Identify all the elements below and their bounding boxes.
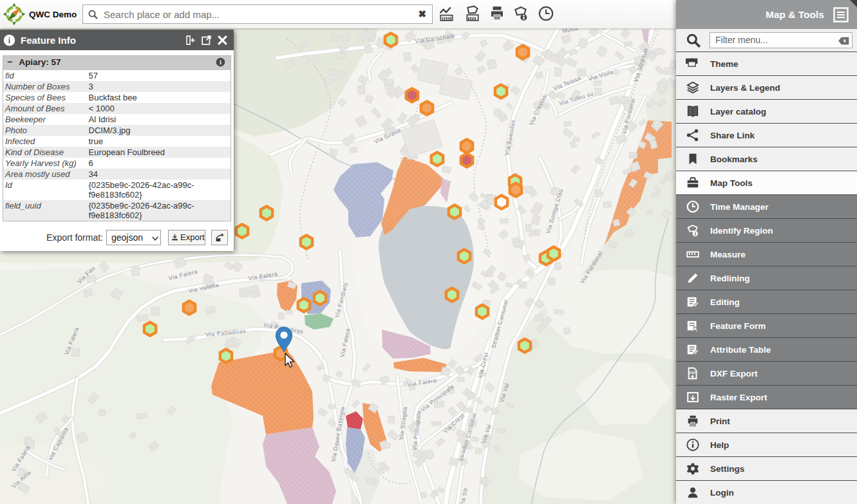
svg-text:DXF: DXF (689, 371, 697, 375)
svg-text:i: i (220, 59, 221, 66)
